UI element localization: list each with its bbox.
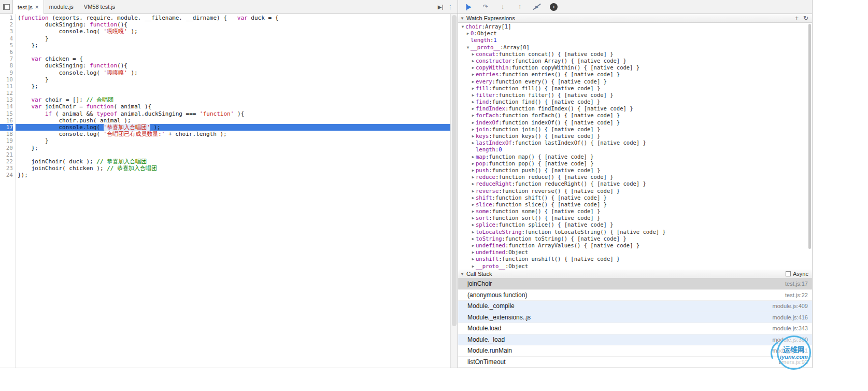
watch-row[interactable]: ▶toString: function toString() { [native…	[458, 235, 812, 242]
collapsed-arrow-icon[interactable]: ▶	[471, 64, 476, 71]
pause-on-exceptions-button[interactable]: ‖	[550, 3, 558, 11]
collapsed-arrow-icon[interactable]: ▶	[471, 263, 476, 270]
step-into-button[interactable]: ↓	[499, 3, 507, 11]
code-line[interactable]: };	[16, 145, 450, 151]
expanded-arrow-icon[interactable]: ▼	[465, 44, 471, 51]
line-number[interactable]: 4	[0, 35, 13, 42]
tab-test-js[interactable]: test.js×	[12, 0, 44, 14]
section-collapse-icon[interactable]: ▼	[460, 16, 464, 21]
code-line[interactable]: duckSinging: function(){	[16, 21, 450, 28]
watch-row[interactable]: ▶reduce: function reduce() { [native cod…	[458, 174, 812, 180]
watch-row[interactable]: ▶indexOf: function indexOf() { [native c…	[458, 119, 812, 126]
code-line[interactable]: joinChoir( chicken ); // 恭喜加入合唱团	[16, 165, 450, 172]
paused-code-line[interactable]: console.log( '恭喜加入合唱团' );	[16, 124, 450, 131]
step-over-button[interactable]: ↷	[481, 3, 490, 11]
collapsed-arrow-icon[interactable]: ▶	[471, 194, 476, 201]
collapsed-arrow-icon[interactable]: ▶	[471, 71, 476, 78]
watch-row[interactable]: ▶undefined: function ArrayValues() { [na…	[458, 242, 812, 249]
watch-row[interactable]: ▶0: Object	[458, 30, 812, 37]
code-line[interactable]: }	[16, 76, 450, 83]
deactivate-breakpoints-button[interactable]: ▸	[533, 3, 541, 11]
code-line[interactable]: }	[16, 35, 450, 42]
collapsed-arrow-icon[interactable]: ▶	[471, 119, 476, 126]
call-stack-frame[interactable]: Module._extensions..jsmodule.js:416	[458, 312, 812, 324]
line-number[interactable]: 12	[0, 90, 13, 96]
collapsed-arrow-icon[interactable]: ▶	[471, 229, 476, 235]
watch-row[interactable]: ▶sort: function sort() { [native code] }	[458, 215, 812, 221]
show-navigator-button[interactable]	[0, 0, 12, 13]
watch-row[interactable]: ▶join: function join() { [native code] }	[458, 126, 812, 133]
watch-row[interactable]: ▶concat: function concat() { [native cod…	[458, 51, 812, 58]
call-stack-frame[interactable]: Module._compilemodule.js:409	[458, 301, 812, 312]
watch-row[interactable]: ▶constructor: function Array() { [native…	[458, 58, 812, 64]
watch-row[interactable]: ▶pop: function pop() { [native code] }	[458, 160, 812, 167]
line-number[interactable]: 2	[0, 21, 13, 28]
collapsed-arrow-icon[interactable]: ▶	[471, 188, 476, 194]
more-options-icon[interactable]: ⋮	[448, 4, 453, 10]
collapsed-arrow-icon[interactable]: ▶	[471, 208, 476, 215]
watch-row[interactable]: ▶find: function find() { [native code] }	[458, 99, 812, 105]
watch-row[interactable]: ▶undefined: Object	[458, 249, 812, 256]
code-line[interactable]: });	[16, 172, 450, 178]
collapsed-arrow-icon[interactable]: ▶	[471, 221, 476, 228]
call-stack-frame[interactable]: Module._loadmodule.js:300	[458, 334, 812, 346]
line-number[interactable]: 6	[0, 49, 13, 55]
watch-row[interactable]: ▶filter: function filter() { [native cod…	[458, 92, 812, 99]
line-number[interactable]: 21	[0, 151, 13, 158]
collapsed-arrow-icon[interactable]: ▶	[471, 180, 476, 187]
watch-row[interactable]: ▶slice: function slice() { [native code]…	[458, 201, 812, 208]
resume-button[interactable]: |▶	[464, 3, 473, 11]
call-stack-frame[interactable]: Module.runMainmodule.js:441	[458, 345, 812, 357]
watch-row[interactable]: ▼choir: Array[1]	[458, 23, 812, 30]
call-stack-header[interactable]: ▼ Call Stack Async	[458, 270, 812, 278]
tab-vm58-test-js[interactable]: VM58 test.js	[79, 0, 121, 13]
watch-row[interactable]: ▶toLocaleString: function toLocaleString…	[458, 229, 812, 235]
code-line[interactable]	[16, 49, 450, 55]
call-stack-frame[interactable]: listOnTimeouttimers.js:92	[458, 357, 812, 368]
watch-row[interactable]: ▶fill: function fill() { [native code] }	[458, 85, 812, 92]
editor-scrollbar-thumb[interactable]	[452, 15, 457, 326]
collapsed-arrow-icon[interactable]: ▶	[471, 92, 476, 99]
tab-close-icon[interactable]: ×	[35, 4, 39, 10]
collapsed-arrow-icon[interactable]: ▶	[471, 235, 476, 242]
collapsed-arrow-icon[interactable]: ▶	[471, 99, 476, 105]
watch-scrollbar-thumb[interactable]	[808, 24, 811, 249]
line-number[interactable]: 22	[0, 158, 13, 165]
watch-row[interactable]: ▶shift: function shift() { [native code]…	[458, 194, 812, 201]
code-line[interactable]: var joinChoir = function( animal ){	[16, 103, 450, 110]
line-number[interactable]: 13	[0, 96, 13, 103]
call-stack-frame[interactable]: (anonymous function)test.js:22	[458, 290, 812, 301]
collapsed-arrow-icon[interactable]: ▶	[471, 58, 476, 64]
line-number[interactable]: 7	[0, 55, 13, 62]
collapsed-arrow-icon[interactable]: ▶	[471, 139, 476, 146]
code-line[interactable]: choir.push( animal );	[16, 117, 450, 124]
add-watch-expression-icon[interactable]: +	[795, 15, 799, 22]
refresh-watch-expressions-icon[interactable]: ↻	[803, 15, 808, 22]
line-number[interactable]: 16	[0, 117, 13, 124]
code-line[interactable]: console.log( '合唱团已有成员数量:' + choir.length…	[16, 131, 450, 137]
watch-row[interactable]: ▶map: function map() { [native code] }	[458, 153, 812, 160]
watch-row[interactable]: length: 0	[458, 146, 812, 153]
call-stack-frame[interactable]: joinChoirtest.js:17	[458, 278, 812, 290]
editor-scrollbar[interactable]	[450, 14, 458, 368]
watch-row[interactable]: ▶reverse: function reverse() { [native c…	[458, 188, 812, 194]
watch-row[interactable]: ▶findIndex: function findIndex() { [nati…	[458, 105, 812, 112]
collapsed-arrow-icon[interactable]: ▶	[471, 112, 476, 119]
line-number[interactable]: 19	[0, 137, 13, 144]
watch-row[interactable]: ▶push: function push() { [native code] }	[458, 167, 812, 174]
line-number[interactable]: 8	[0, 62, 13, 69]
collapsed-arrow-icon[interactable]: ▶	[471, 174, 476, 180]
watch-row[interactable]: ▶splice: function splice() { [native cod…	[458, 221, 812, 228]
watch-row[interactable]: ▶entries: function entries() { [native c…	[458, 71, 812, 78]
collapsed-arrow-icon[interactable]: ▶	[471, 105, 476, 112]
collapsed-arrow-icon[interactable]: ▶	[471, 85, 476, 92]
code-line[interactable]: if ( animal && typeof animal.duckSinging…	[16, 110, 450, 117]
line-number[interactable]: 3	[0, 28, 13, 35]
code-line[interactable]: console.log( '嘎嘎嘎' );	[16, 28, 450, 35]
line-number[interactable]: 11	[0, 83, 13, 90]
collapsed-arrow-icon[interactable]: ▶	[471, 201, 476, 208]
async-checkbox[interactable]	[786, 271, 791, 276]
watch-row[interactable]: ▶some: function some() { [native code] }	[458, 208, 812, 215]
line-number[interactable]: 15	[0, 110, 13, 117]
line-number[interactable]: 18	[0, 131, 13, 137]
